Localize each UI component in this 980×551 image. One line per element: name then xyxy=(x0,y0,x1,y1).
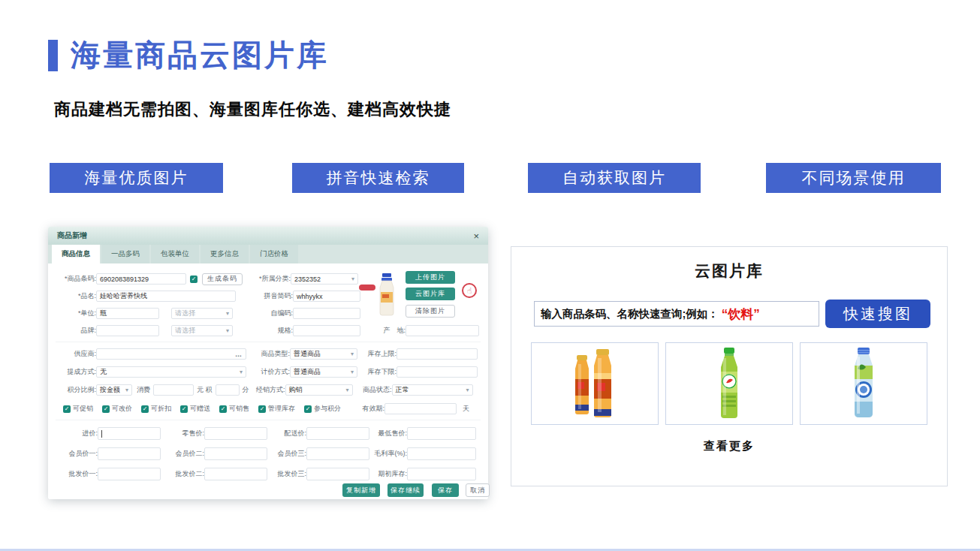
wholesale-price2-input[interactable] xyxy=(204,468,267,480)
checkbox-label: 可折扣 xyxy=(151,404,171,414)
tab-multi-barcode[interactable]: 一品多码 xyxy=(101,245,149,263)
barcode-input[interactable]: 6902083891329 xyxy=(96,273,186,285)
gross-margin-input[interactable] xyxy=(407,447,476,460)
status-select[interactable]: 正常▾ xyxy=(392,384,473,396)
retail-price-input[interactable] xyxy=(204,427,267,440)
green-tea-bottle-image xyxy=(708,346,750,421)
member-price1-input[interactable] xyxy=(98,447,161,460)
save-continue-button[interactable]: 保存继续 xyxy=(387,483,424,497)
checkbox-earn-points[interactable]: ✓参与积分 xyxy=(304,404,341,414)
tab-store-price[interactable]: 门店价格 xyxy=(250,245,298,263)
chevron-down-icon: ▾ xyxy=(351,369,354,375)
points-mode-select[interactable]: 按金额▾ xyxy=(96,384,132,396)
copy-new-button[interactable]: 复制新增 xyxy=(342,483,380,497)
text-cursor xyxy=(101,430,102,438)
cloud-library-button[interactable]: 云图片库 xyxy=(406,288,455,300)
quick-search-button[interactable]: 快速搜图 xyxy=(825,300,930,328)
pinyin-label: 拼音简码: xyxy=(236,291,293,301)
wholesale-price1-input[interactable] xyxy=(98,468,161,480)
chevron-down-icon: ▾ xyxy=(240,369,243,375)
checkbox-label: 参与积分 xyxy=(314,404,341,414)
min-price-input[interactable] xyxy=(407,427,476,440)
product-type-select[interactable]: 普通商品▾ xyxy=(290,348,357,360)
wholesale-price1-label: 批发价一: xyxy=(50,469,98,479)
barcode-checkbox[interactable]: ✓ xyxy=(190,276,198,283)
view-more-link[interactable]: 查看更多 xyxy=(511,439,947,453)
stock-upper-input[interactable] xyxy=(397,348,478,360)
clear-image-button[interactable]: 清除图片 xyxy=(406,305,455,318)
pricing-method-select[interactable]: 普通商品▾ xyxy=(290,366,357,378)
pricing-method-value: 普通商品 xyxy=(294,367,321,377)
cancel-button[interactable]: 取消 xyxy=(466,483,490,497)
status-value: 正常 xyxy=(396,385,409,395)
checkbox-manage-stock[interactable]: ✓管理库存 xyxy=(258,404,295,414)
validity-unit-label: 天 xyxy=(463,404,469,414)
checkbox-giftable[interactable]: ✓可赠送 xyxy=(180,404,210,414)
stock-lower-input[interactable] xyxy=(397,366,478,378)
unit-select[interactable]: 请选择▾ xyxy=(171,308,233,319)
origin-input[interactable] xyxy=(406,325,479,336)
page-subtitle: 商品建档无需拍图、海量图库任你选、建档高效快捷 xyxy=(54,98,451,121)
unit-input[interactable]: 瓶 xyxy=(96,308,159,319)
upload-image-button[interactable]: 上传图片 xyxy=(406,271,455,284)
search-input[interactable]: 输入商品条码、名称快速查询;例如： “饮料” xyxy=(534,301,819,327)
purchase-price-input[interactable] xyxy=(98,427,161,440)
search-input-highlight: “饮料” xyxy=(722,306,760,323)
initial-stock-input[interactable] xyxy=(407,468,476,480)
cloud-panel-title: 云图片库 xyxy=(511,260,947,282)
name-label: *品名: xyxy=(50,291,96,301)
wholesale-price3-input[interactable] xyxy=(306,468,369,480)
checkbox-sellable[interactable]: ✓可销售 xyxy=(219,404,249,414)
barcode-label: *商品条码: xyxy=(50,274,96,284)
chevron-down-icon: ▾ xyxy=(226,310,229,317)
distribution-select[interactable]: 购销▾ xyxy=(285,384,353,396)
points-amount-input[interactable] xyxy=(153,384,194,396)
image-result-green-tea[interactable] xyxy=(665,342,793,425)
checkbox-price-changeable[interactable]: ✓可改价 xyxy=(102,404,132,414)
product-type-value: 普通商品 xyxy=(294,349,321,359)
delivery-price-label: 配送价: xyxy=(267,429,306,438)
image-result-amber-tea[interactable] xyxy=(531,342,659,425)
member-price3-input[interactable] xyxy=(306,447,369,460)
supplier-input[interactable]: … xyxy=(96,348,246,360)
name-input[interactable]: 娃哈哈营养快线 xyxy=(96,291,236,302)
generate-barcode-button[interactable]: 生成条码 xyxy=(202,273,243,285)
chevron-down-icon: ▾ xyxy=(346,387,349,393)
blue-sports-drink-image xyxy=(843,346,885,421)
stock-upper-label: 库存上限: xyxy=(357,349,397,359)
selfcode-input[interactable] xyxy=(293,308,360,319)
image-results xyxy=(531,342,927,425)
category-select[interactable]: 2352352▾ xyxy=(291,273,358,285)
commission-label: 提成方式: xyxy=(50,367,96,377)
search-row: 输入商品条码、名称快速查询;例如： “饮料” 快速搜图 xyxy=(534,300,929,328)
image-result-sports-drink[interactable] xyxy=(800,342,927,425)
member-price2-label: 会员价二: xyxy=(161,449,204,459)
validity-label: 有效期: xyxy=(341,404,384,414)
product-type-label: 商品类型: xyxy=(246,349,290,359)
more-dots-icon[interactable]: … xyxy=(235,351,243,358)
product-new-dialog: 商品新增 × 商品信息 一品多码 包装单位 更多信息 门店价格 *商品条码: 6… xyxy=(48,227,488,499)
dialog-body: *商品条码: 6902083891329 ✓ 生成条码 *所属分类: 23523… xyxy=(48,263,488,499)
checkbox-label: 可销售 xyxy=(229,404,249,414)
delivery-price-input[interactable] xyxy=(306,427,369,440)
checkbox-label: 管理库存 xyxy=(268,404,295,414)
points-ratio-label: 积分比例: xyxy=(50,385,96,395)
validity-input[interactable] xyxy=(384,403,457,414)
member-price2-input[interactable] xyxy=(204,447,267,460)
spec-label: 规格: xyxy=(233,326,293,336)
tab-more-info[interactable]: 更多信息 xyxy=(201,245,249,263)
tab-product-info[interactable]: 商品信息 xyxy=(52,245,100,263)
brand-select[interactable]: 请选择▾ xyxy=(171,325,233,336)
tab-package-unit[interactable]: 包装单位 xyxy=(151,245,199,263)
pinyin-input[interactable]: whhyykx xyxy=(293,291,360,302)
close-icon[interactable]: × xyxy=(473,231,479,241)
brand-input[interactable] xyxy=(96,325,159,336)
points-value-input[interactable] xyxy=(216,384,240,396)
checkbox-promotable[interactable]: ✓可促销 xyxy=(63,404,93,414)
check-icon: ✓ xyxy=(102,405,110,413)
spec-input[interactable] xyxy=(293,325,360,336)
commission-select[interactable]: 无▾ xyxy=(96,366,246,378)
save-button[interactable]: 保存 xyxy=(432,483,459,497)
distribution-label: 经销方式: xyxy=(249,385,285,395)
checkbox-discountable[interactable]: ✓可折扣 xyxy=(141,404,171,414)
